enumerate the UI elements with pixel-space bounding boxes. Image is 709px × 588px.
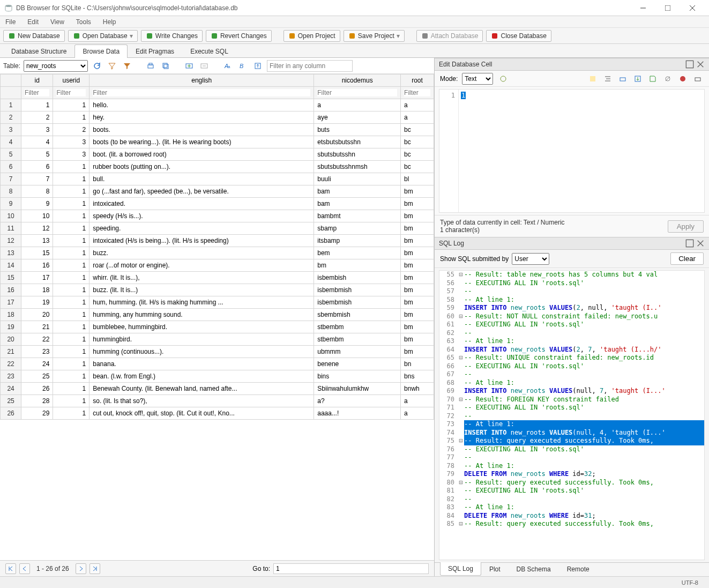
sql-line[interactable]: 67-- [439, 370, 704, 379]
table-row[interactable]: 20221hummingbird.stbembmbm [1, 333, 434, 346]
table-row[interactable]: 553boot. (lit. a borrowed root)sbutsbuts… [1, 148, 434, 161]
sql-line[interactable]: 66-- EXECUTING ALL IN 'roots.sql' [439, 362, 704, 371]
table-row[interactable]: 18201humming, any humming sound.sbembmis… [1, 309, 434, 321]
sql-line[interactable]: 62-- [439, 329, 704, 338]
menu-file[interactable]: File [3, 17, 18, 27]
save-project-button[interactable]: Save Project ▾ [344, 30, 405, 42]
filter-english[interactable] [93, 89, 310, 96]
null-icon[interactable] [662, 73, 674, 85]
filter-nicodemus[interactable] [317, 89, 397, 96]
table-row[interactable]: 16181buzz. (lit. It is...)isbembmishbm [1, 284, 434, 296]
sql-line[interactable]: 74INSERT INTO new_roots VALUES(null, 4, … [439, 429, 704, 437]
mode-select[interactable]: Text [462, 73, 493, 85]
find-icon[interactable]: Aa [222, 60, 234, 72]
close-panel-icon[interactable] [696, 60, 705, 69]
new-record-icon[interactable] [183, 60, 195, 72]
last-page-button[interactable] [89, 563, 100, 574]
menu-view[interactable]: View [48, 17, 66, 27]
table-row[interactable]: 15171whirr. (lit. It is...),isbembishbm [1, 272, 434, 284]
new-database-button[interactable]: New Database [3, 30, 65, 42]
sql-line[interactable]: 75⊟-- Result: query executed successfull… [439, 437, 704, 445]
table-row[interactable]: 24261Benewah County. (lit. Benewah land,… [1, 383, 434, 395]
format-icon[interactable] [497, 73, 509, 85]
bottom-tab-sql-log[interactable]: SQL Log [440, 562, 481, 576]
filter-userid[interactable] [56, 89, 86, 96]
first-page-button[interactable] [5, 563, 16, 574]
sql-line[interactable]: 81-- EXECUTING ALL IN 'roots.sql' [439, 487, 704, 495]
sql-line[interactable]: 56-- EXECUTING ALL IN 'roots.sql' [439, 279, 704, 288]
table-row[interactable]: 11121speeding.sbampbm [1, 222, 434, 235]
tab-edit-pragmas[interactable]: Edit Pragmas [128, 44, 182, 58]
export-icon[interactable] [252, 60, 264, 72]
sql-line[interactable]: 76-- EXECUTING ALL IN 'roots.sql' [439, 445, 704, 454]
tab-database-structure[interactable]: Database Structure [3, 44, 74, 58]
undock-icon[interactable] [685, 60, 694, 69]
replace-icon[interactable]: B [237, 60, 249, 72]
bottom-tab-db-schema[interactable]: DB Schema [509, 563, 559, 576]
table-row[interactable]: 881go (...fast and far), speeded (be...)… [1, 185, 434, 198]
col-header-nicodemus[interactable]: nicodemus [314, 75, 401, 87]
table-row[interactable]: 661rubber boots (putting on...).sbutsbut… [1, 161, 434, 173]
sql-line[interactable]: 83-- At line 1: [439, 503, 704, 512]
col-header-id[interactable]: id [21, 75, 53, 87]
menu-edit[interactable]: Edit [25, 17, 41, 27]
table-row[interactable]: 991intoxicated.bambm [1, 198, 434, 210]
filter-root[interactable] [404, 89, 430, 96]
print-icon[interactable] [145, 60, 156, 72]
play-icon[interactable] [677, 73, 689, 85]
table-row[interactable]: 14161roar (...of motor or engine).bmbm [1, 259, 434, 272]
open-project-button[interactable]: Open Project [283, 30, 340, 42]
table-row[interactable]: 26291cut out, knock off!, quit, stop. (l… [1, 407, 434, 420]
bottom-tab-remote[interactable]: Remote [559, 563, 598, 576]
col-header-root[interactable]: root [401, 75, 434, 87]
sql-line[interactable]: 71-- EXECUTING ALL IN 'roots.sql' [439, 404, 704, 412]
refresh-icon[interactable] [91, 60, 103, 72]
menu-tools[interactable]: Tools [74, 17, 93, 27]
attach-database-button[interactable]: Attach Database [416, 30, 483, 42]
sql-line[interactable]: 59INSERT INTO new_roots VALUES(2, null, … [439, 304, 704, 312]
indent-icon[interactable] [602, 73, 614, 85]
data-table-wrap[interactable]: iduseridenglishnicodemusroot 111hello.aa… [0, 74, 434, 560]
table-row[interactable]: 22241banana.benenebn [1, 358, 434, 370]
sql-line[interactable]: 73-- At line 1: [439, 420, 704, 429]
sql-line[interactable]: 57-- [439, 287, 704, 296]
sql-line[interactable]: 70⊟-- Result: FOREIGN KEY constraint fai… [439, 396, 704, 404]
apply-button[interactable]: Apply [668, 220, 704, 233]
sql-line[interactable]: 79DELETE FROM new_roots WHERE id=32; [439, 470, 704, 479]
sql-line[interactable]: 69INSERT INTO new_roots VALUES(null, 7, … [439, 387, 704, 396]
table-row[interactable]: 19211bumblebee, hummingbird.stbembmbm [1, 321, 434, 333]
table-row[interactable]: 111hello.aa [1, 99, 434, 111]
bottom-tab-plot[interactable]: Plot [481, 563, 509, 576]
table-row[interactable]: 23251bean. (l.w. from Engl.)binsbns [1, 370, 434, 383]
tab-browse-data[interactable]: Browse Data [74, 44, 128, 58]
sql-line[interactable]: 85⊟-- Result: query executed successfull… [439, 520, 704, 529]
cell-content[interactable]: 1 [459, 90, 704, 212]
table-row[interactable]: 332boots.butsbc [1, 124, 434, 136]
maximize-button[interactable] [655, 0, 680, 16]
table-row[interactable]: 221hey.ayea [1, 111, 434, 124]
sql-line[interactable]: 82-- [439, 495, 704, 504]
text-mode-icon[interactable] [587, 73, 599, 85]
save-cell-icon[interactable] [647, 73, 659, 85]
tab-execute-sql[interactable]: Execute SQL [182, 44, 236, 58]
sql-show-select[interactable]: User [512, 253, 549, 265]
sql-line[interactable]: 68-- At line 1: [439, 379, 704, 388]
table-row[interactable]: 17191hum, humming. (lit. H/s is making h… [1, 296, 434, 309]
table-row[interactable]: 10101speedy (H/s is...).bambmtbm [1, 210, 434, 222]
copy-icon[interactable] [160, 60, 171, 72]
sql-line[interactable]: 64INSERT INTO new_roots VALUES(2, 7, 'ta… [439, 346, 704, 354]
filter-id[interactable] [25, 89, 49, 96]
clear-button[interactable]: Clear [670, 252, 704, 265]
sql-line[interactable]: 80⊟-- Result: query executed successfull… [439, 479, 704, 487]
print-cell-icon[interactable] [692, 73, 704, 85]
col-header-english[interactable]: english [89, 75, 314, 87]
clear-filter-icon[interactable] [106, 60, 118, 72]
save-filter-icon[interactable] [121, 60, 133, 72]
sql-line[interactable]: 61-- EXECUTING ALL IN 'roots.sql' [439, 321, 704, 329]
next-page-button[interactable] [76, 563, 86, 574]
table-row[interactable]: 771bull.buulibl [1, 173, 434, 185]
minimize-button[interactable] [631, 0, 655, 16]
goto-input[interactable] [273, 563, 429, 574]
sql-line[interactable]: 60⊟-- Result: NOT NULL constraint failed… [439, 312, 704, 321]
sql-line[interactable]: 65⊟-- Result: UNIQUE constraint failed: … [439, 354, 704, 362]
